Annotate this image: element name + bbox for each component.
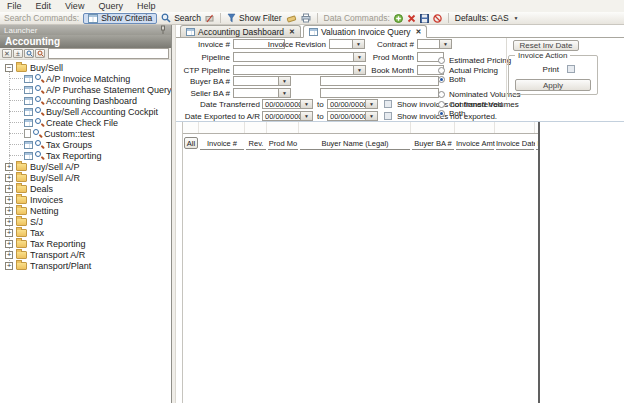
eraser-icon[interactable] [286, 14, 297, 23]
expand-toggle-icon[interactable]: + [5, 251, 13, 259]
expand-toggle-icon[interactable]: + [5, 262, 13, 270]
buyer-ba-name-input[interactable] [320, 76, 439, 86]
ctp-pipeline-dropdown[interactable]: ▼ [353, 65, 366, 75]
pin-icon[interactable] [159, 25, 167, 35]
print-checkbox[interactable] [567, 65, 575, 73]
tree-item-buy-sell-accounting-cockpit[interactable]: Buy/Sell Accounting Cockpit [0, 106, 171, 117]
show-filter-button[interactable]: Show Filter [227, 13, 282, 23]
reset-inv-date-button[interactable]: Reset Inv Date [513, 40, 579, 51]
date-exported-from-input[interactable]: 00/00/0000 [262, 111, 301, 121]
ctp-pipeline-input[interactable] [233, 65, 354, 75]
tree-search-button[interactable] [24, 49, 34, 58]
tree-item-custom-test[interactable]: Custom::test [0, 128, 171, 139]
column-header-invoice[interactable]: Invoice # [199, 139, 245, 150]
date-exported-from-dropdown[interactable]: ▼ [300, 111, 313, 121]
date-transferred-to-input[interactable]: 00/00/0000 [327, 99, 366, 109]
tree-folder-s-j[interactable]: +S/J [0, 216, 171, 227]
collapse-all-button[interactable]: ✕ [2, 49, 12, 58]
menu-help[interactable]: Help [130, 1, 163, 11]
tree-folder-buy-sell-a-r[interactable]: +Buy/Sell A/R [0, 172, 171, 183]
select-all-button[interactable]: All [184, 137, 198, 149]
seller-ba-input[interactable] [233, 88, 279, 98]
date-transferred-from-dropdown[interactable]: ▼ [300, 99, 313, 109]
tree-folder-tax[interactable]: +Tax [0, 227, 171, 238]
expand-toggle-icon[interactable]: + [5, 240, 13, 248]
show-criteria-button[interactable]: Show Criteria [83, 13, 157, 24]
date-exported-to-input[interactable]: 00/00/0000 [327, 111, 366, 121]
column-header-all[interactable]: All [183, 137, 199, 150]
contract-dropdown[interactable]: ▼ [439, 39, 452, 49]
column-header-bo[interactable]: Bo [535, 139, 540, 150]
tree-item-a-p-purchase-statement-query[interactable]: A/P Purchase Statement Query [0, 84, 171, 95]
volume-option-confirmed-volumes[interactable]: Confirmed Volumes [438, 100, 521, 110]
tab-accounting-dashboard[interactable]: Accounting Dashboard✕ [180, 25, 301, 37]
tree-folder-buy-sell-a-p[interactable]: +Buy/Sell A/P [0, 161, 171, 172]
tree-advanced-search-button[interactable] [35, 49, 45, 58]
tree-filter-input[interactable] [48, 48, 169, 59]
add-record-icon[interactable] [394, 14, 403, 23]
volume-option-both[interactable]: Both [438, 109, 521, 119]
printer-icon[interactable] [301, 13, 311, 23]
cancel-icon[interactable] [433, 14, 442, 23]
pipeline-input[interactable] [233, 52, 354, 62]
tree-item-create-check-file[interactable]: Create Check File [0, 117, 171, 128]
delete-record-icon[interactable] [407, 14, 416, 23]
tree-folder-transport-a-r[interactable]: +Transport A/R [0, 249, 171, 260]
invoice-revision-dropdown[interactable]: ▼ [352, 39, 365, 49]
pipeline-dropdown[interactable]: ▼ [353, 52, 366, 62]
tree-item-tax-groups[interactable]: Tax Groups [0, 139, 171, 150]
column-header-invoice-date[interactable]: Invoice Date [495, 139, 535, 150]
expand-toggle-icon[interactable]: + [5, 207, 13, 215]
expand-toggle-icon[interactable]: + [5, 163, 13, 171]
apply-button[interactable]: Apply [515, 79, 591, 91]
buyer-ba-dropdown[interactable]: ▼ [278, 76, 291, 86]
tree-item-a-p-invoice-matching[interactable]: A/P Invoice Matching [0, 73, 171, 84]
pricing-option-estimated-pricing[interactable]: Estimated Pricing [438, 56, 511, 66]
tree-folder-deals[interactable]: +Deals [0, 183, 171, 194]
column-header-prod-mo[interactable]: Prod Mo [267, 139, 299, 150]
date-transferred-from-input[interactable]: 00/00/0000 [262, 99, 301, 109]
tree-folder-netting[interactable]: +Netting [0, 205, 171, 216]
launcher-header: Launcher [0, 25, 171, 35]
tree-folder-root[interactable]: − Buy/Sell [0, 62, 171, 73]
show-not-exported-checkbox[interactable] [384, 112, 392, 120]
column-header-rev[interactable]: Rev. [245, 139, 267, 150]
seller-ba-dropdown[interactable]: ▼ [278, 88, 291, 98]
expand-toggle-icon[interactable]: + [5, 196, 13, 204]
tree-item-accounting-dashboard[interactable]: Accounting Dashboard [0, 95, 171, 106]
seller-ba-name-input[interactable] [320, 88, 439, 98]
expand-toggle-icon[interactable]: + [5, 229, 13, 237]
menu-query[interactable]: Query [91, 1, 130, 11]
menu-edit[interactable]: Edit [29, 1, 59, 11]
close-icon[interactable]: ✕ [289, 28, 295, 36]
pricing-option-both[interactable]: Both [438, 75, 511, 85]
expand-all-button[interactable]: ± [13, 49, 23, 58]
pricing-option-actual-pricing[interactable]: Actual Pricing [438, 66, 511, 76]
invoice-revision-input[interactable] [329, 39, 353, 49]
buyer-ba-input[interactable] [233, 76, 279, 86]
date-transferred-to-dropdown[interactable]: ▼ [365, 99, 378, 109]
tree-folder-transport-plant[interactable]: +Transport/Plant [0, 260, 171, 271]
clear-search-icon[interactable] [205, 14, 214, 23]
column-header-buyer-name-legal[interactable]: Buyer Name (Legal) [299, 139, 411, 150]
save-icon[interactable] [420, 14, 429, 23]
column-header-invoice-amt[interactable]: Invoice Amt [455, 139, 495, 150]
expand-toggle-icon[interactable]: + [5, 218, 13, 226]
expand-toggle-icon[interactable]: + [5, 185, 13, 193]
show-criteria-label: Show Criteria [101, 13, 152, 23]
tab-valuation-invoice-query[interactable]: Valuation Invoice Query✕ [303, 25, 428, 38]
collapse-toggle-icon[interactable]: − [5, 64, 13, 72]
show-not-transferred-checkbox[interactable] [384, 100, 392, 108]
expand-toggle-icon[interactable]: + [5, 174, 13, 182]
contract-input[interactable] [417, 39, 440, 49]
tree-folder-invoices[interactable]: +Invoices [0, 194, 171, 205]
menu-file[interactable]: File [0, 1, 29, 11]
column-header-buyer-ba[interactable]: Buyer BA # [411, 139, 455, 150]
tree-item-tax-reporting[interactable]: Tax Reporting [0, 150, 171, 161]
search-button[interactable]: Search [161, 13, 201, 23]
menu-view[interactable]: View [58, 1, 91, 11]
close-icon[interactable]: ✕ [416, 28, 422, 36]
tree-folder-tax-reporting[interactable]: +Tax Reporting [0, 238, 171, 249]
date-exported-to-dropdown[interactable]: ▼ [365, 111, 378, 121]
defaults-dropdown[interactable]: Defaults: GAS ▼ [455, 13, 519, 23]
